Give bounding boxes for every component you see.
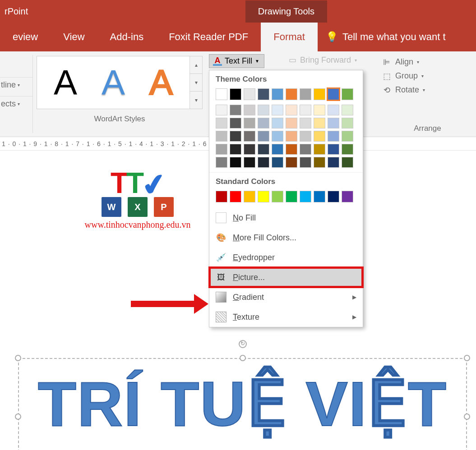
more-fill-colors-item[interactable]: 🎨 More Fill Colors... (209, 228, 363, 248)
tint-swatch[interactable] (230, 157, 241, 168)
tint-swatch[interactable] (300, 157, 311, 168)
standard-color-swatch[interactable] (300, 191, 311, 202)
tint-swatch[interactable] (314, 118, 325, 129)
tint-swatch[interactable] (328, 118, 339, 129)
rotate-button[interactable]: ⟲Rotate ▾ (382, 83, 473, 97)
tint-swatch[interactable] (258, 144, 269, 155)
tint-swatch[interactable] (314, 131, 325, 142)
tint-swatch[interactable] (328, 144, 339, 155)
standard-color-swatch[interactable] (314, 191, 325, 202)
resize-handle-e[interactable] (464, 413, 470, 420)
tint-swatch[interactable] (286, 105, 297, 115)
resize-handle-nw[interactable] (15, 355, 21, 361)
tint-swatch[interactable] (258, 157, 269, 168)
theme-color-swatch[interactable] (300, 88, 311, 100)
tint-swatch[interactable] (216, 118, 227, 129)
picture-fill-item[interactable]: 🖼 Picture... (209, 267, 363, 287)
wordart-sample-3[interactable]: A (149, 62, 173, 103)
tint-swatch[interactable] (342, 118, 353, 129)
tint-swatch[interactable] (258, 105, 269, 115)
text-outline-partial[interactable]: tline ▾ (0, 77, 32, 92)
resize-handle-n[interactable] (240, 355, 246, 361)
theme-color-swatch[interactable] (216, 88, 227, 100)
standard-color-swatch[interactable] (258, 191, 269, 202)
standard-color-swatch[interactable] (230, 191, 241, 202)
tint-swatch[interactable] (314, 105, 325, 115)
tab-view[interactable]: View (51, 23, 97, 51)
bring-forward-button[interactable]: ▭ Bring Forward ▾ (289, 55, 357, 65)
theme-color-swatch[interactable] (272, 88, 283, 100)
scroll-up-icon[interactable]: ▴ (190, 56, 202, 74)
theme-color-swatch[interactable] (244, 88, 255, 100)
tint-swatch[interactable] (314, 144, 325, 155)
rotate-handle[interactable] (239, 340, 247, 348)
theme-color-swatch[interactable] (342, 88, 353, 100)
tint-swatch[interactable] (244, 144, 255, 155)
scroll-down-icon[interactable]: ▾ (190, 74, 202, 92)
standard-color-swatch[interactable] (216, 191, 227, 202)
tint-swatch[interactable] (244, 157, 255, 168)
wordart-gallery[interactable]: A A A (37, 56, 190, 109)
theme-color-swatch[interactable] (314, 88, 325, 100)
tint-swatch[interactable] (230, 105, 241, 115)
tint-swatch[interactable] (272, 105, 283, 115)
gallery-expand-icon[interactable]: ▾ (190, 92, 202, 109)
gradient-item[interactable]: Gradient ▶ (209, 287, 363, 307)
tint-swatch[interactable] (300, 105, 311, 115)
tint-swatch[interactable] (342, 105, 353, 115)
align-button[interactable]: ⊫Align ▾ (382, 55, 473, 69)
standard-color-swatch[interactable] (342, 191, 353, 202)
tint-swatch[interactable] (286, 157, 297, 168)
gallery-scroll[interactable]: ▴ ▾ ▾ (190, 56, 203, 109)
wordart-sample-1[interactable]: A (54, 62, 77, 103)
tint-swatch[interactable] (230, 118, 241, 129)
tint-swatch[interactable] (244, 118, 255, 129)
resize-handle-w[interactable] (15, 413, 21, 420)
texture-item[interactable]: Texture ▶ (209, 307, 363, 327)
tint-swatch[interactable] (286, 131, 297, 142)
tint-swatch[interactable] (230, 144, 241, 155)
tint-swatch[interactable] (300, 144, 311, 155)
no-fill-item[interactable]: No Fill (209, 208, 363, 228)
tint-swatch[interactable] (216, 144, 227, 155)
tint-swatch[interactable] (286, 144, 297, 155)
text-fill-button[interactable]: A Text Fill ▼ (209, 54, 264, 68)
theme-color-swatch[interactable] (286, 88, 297, 100)
tint-swatch[interactable] (216, 105, 227, 115)
tint-swatch[interactable] (342, 144, 353, 155)
tab-review[interactable]: eview (0, 23, 51, 51)
eyedropper-item[interactable]: 💉 Eyedropper (209, 248, 363, 267)
tint-swatch[interactable] (272, 118, 283, 129)
standard-color-swatch[interactable] (272, 191, 283, 202)
tint-swatch[interactable] (328, 131, 339, 142)
tint-swatch[interactable] (272, 131, 283, 142)
tint-swatch[interactable] (216, 131, 227, 142)
tint-swatch[interactable] (300, 118, 311, 129)
wordart-sample-2[interactable]: A (102, 62, 125, 103)
tint-swatch[interactable] (342, 131, 353, 142)
tint-swatch[interactable] (258, 118, 269, 129)
tint-swatch[interactable] (342, 157, 353, 168)
tint-swatch[interactable] (258, 131, 269, 142)
tab-format[interactable]: Format (261, 23, 318, 51)
theme-color-swatch[interactable] (258, 88, 269, 100)
resize-handle-ne[interactable] (464, 355, 470, 361)
tell-me-search[interactable]: 💡 Tell me what you want t (318, 31, 454, 43)
theme-color-swatch[interactable] (328, 88, 339, 100)
standard-color-swatch[interactable] (244, 191, 255, 202)
tint-swatch[interactable] (328, 105, 339, 115)
tint-swatch[interactable] (272, 144, 283, 155)
tab-foxit[interactable]: Foxit Reader PDF (156, 23, 261, 51)
tint-swatch[interactable] (314, 157, 325, 168)
tint-swatch[interactable] (272, 157, 283, 168)
tint-swatch[interactable] (286, 118, 297, 129)
wordart-text-box[interactable]: TRÍ TUỆ VIỆT (18, 358, 467, 450)
standard-color-swatch[interactable] (286, 191, 297, 202)
text-effects-partial[interactable]: ects ▾ (0, 96, 32, 111)
tint-swatch[interactable] (244, 131, 255, 142)
tint-swatch[interactable] (328, 157, 339, 168)
tint-swatch[interactable] (300, 131, 311, 142)
tab-addins[interactable]: Add-ins (97, 23, 157, 51)
theme-color-swatch[interactable] (230, 88, 241, 100)
tint-swatch[interactable] (216, 157, 227, 168)
